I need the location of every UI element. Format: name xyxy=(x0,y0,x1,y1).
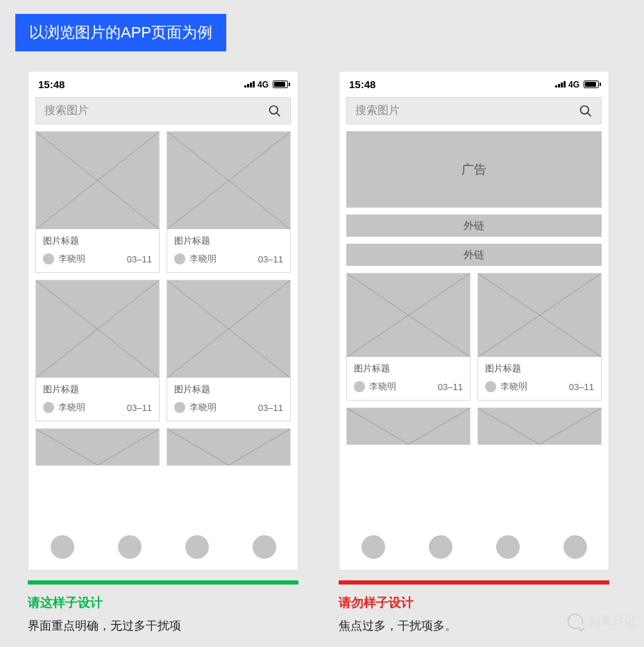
watermark: 知果日记 xyxy=(568,613,636,629)
card-date: 03–11 xyxy=(127,254,152,264)
svg-line-23 xyxy=(478,408,601,444)
image-card[interactable]: 图片标题 李晓明 03–11 xyxy=(35,280,160,421)
tab-item[interactable] xyxy=(185,535,209,559)
svg-line-13 xyxy=(167,429,290,465)
phone-bad: 15:48 4G 搜索图片 广告 外链 外链 图片标题 xyxy=(339,71,609,571)
avatar xyxy=(485,381,496,392)
tab-bar xyxy=(339,526,609,570)
search-input[interactable]: 搜索图片 xyxy=(35,97,291,124)
image-placeholder[interactable] xyxy=(346,407,471,445)
svg-line-15 xyxy=(588,112,591,116)
search-icon[interactable] xyxy=(579,104,593,118)
image-placeholder xyxy=(36,280,159,378)
card-title: 图片标题 xyxy=(174,383,283,396)
svg-line-20 xyxy=(347,408,470,444)
status-bar: 15:48 4G xyxy=(28,72,298,94)
card-title: 图片标题 xyxy=(43,235,152,247)
status-bar: 15:48 4G xyxy=(339,72,609,94)
card-date: 03–11 xyxy=(438,382,463,392)
image-placeholder[interactable] xyxy=(477,407,602,445)
caption-good: 请这样子设计 界面重点明确，无过多干扰项 xyxy=(28,580,298,634)
caption-desc: 界面重点明确，无过多干扰项 xyxy=(28,618,298,634)
tab-item[interactable] xyxy=(51,535,74,559)
avatar xyxy=(354,381,365,392)
network-label: 4G xyxy=(257,80,269,90)
image-card[interactable]: 图片标题 李晓明 03–11 xyxy=(167,280,291,421)
image-card[interactable]: 图片标题 李晓明 03–11 xyxy=(167,131,291,273)
card-date: 03–11 xyxy=(258,403,283,413)
signal-icon xyxy=(555,81,566,87)
card-date: 03–11 xyxy=(127,403,152,413)
phone-good: 15:48 4G 搜索图片 图片标题 李晓明 xyxy=(28,71,298,571)
svg-point-0 xyxy=(270,106,278,114)
svg-line-22 xyxy=(478,408,601,444)
card-title: 图片标题 xyxy=(174,235,283,247)
tab-item[interactable] xyxy=(118,535,142,559)
image-card[interactable]: 图片标题 李晓明 03–11 xyxy=(346,273,471,401)
image-placeholder xyxy=(478,274,601,357)
image-placeholder xyxy=(36,132,159,229)
svg-point-14 xyxy=(581,106,589,114)
image-card[interactable]: 图片标题 李晓明 03–11 xyxy=(35,131,160,273)
card-author: 李晓明 xyxy=(58,253,85,265)
image-placeholder[interactable] xyxy=(35,428,160,466)
image-card[interactable]: 图片标题 李晓明 03–11 xyxy=(477,273,602,401)
external-link[interactable]: 外链 xyxy=(346,244,602,266)
avatar xyxy=(174,402,185,413)
card-title: 图片标题 xyxy=(485,362,594,375)
card-title: 图片标题 xyxy=(354,362,463,375)
avatar xyxy=(174,253,185,264)
search-icon[interactable] xyxy=(268,104,282,118)
card-date: 03–11 xyxy=(258,254,283,264)
caption-title: 请这样子设计 xyxy=(28,594,298,611)
card-title: 图片标题 xyxy=(43,383,152,396)
tab-item[interactable] xyxy=(564,535,587,559)
image-placeholder xyxy=(167,280,290,378)
svg-line-11 xyxy=(36,429,159,465)
svg-line-1 xyxy=(277,112,280,116)
network-label: 4G xyxy=(568,80,579,90)
avatar xyxy=(43,253,54,264)
card-date: 03–11 xyxy=(569,382,594,392)
search-placeholder: 搜索图片 xyxy=(44,103,89,118)
image-placeholder xyxy=(347,274,470,357)
brand-text: 知果日记 xyxy=(588,613,636,629)
signal-icon xyxy=(244,81,255,87)
tab-item[interactable] xyxy=(253,535,276,559)
image-placeholder[interactable] xyxy=(167,428,291,466)
card-author: 李晓明 xyxy=(58,401,85,414)
status-time: 15:48 xyxy=(38,78,65,90)
card-author: 李晓明 xyxy=(189,401,217,414)
status-time: 15:48 xyxy=(349,78,375,90)
card-author: 李晓明 xyxy=(500,380,527,393)
ruler-bad xyxy=(339,580,609,585)
search-placeholder: 搜索图片 xyxy=(355,103,400,118)
ad-banner[interactable]: 广告 xyxy=(346,131,602,208)
avatar xyxy=(43,402,54,413)
chat-icon xyxy=(568,614,583,629)
external-link[interactable]: 外链 xyxy=(346,215,602,237)
battery-icon xyxy=(273,81,288,88)
card-author: 李晓明 xyxy=(369,380,396,393)
svg-line-10 xyxy=(36,429,159,465)
search-input[interactable]: 搜索图片 xyxy=(346,97,602,124)
tab-item[interactable] xyxy=(429,535,452,559)
battery-icon xyxy=(584,81,599,88)
ruler-good xyxy=(28,580,298,585)
tab-item[interactable] xyxy=(362,535,385,559)
svg-line-21 xyxy=(347,408,470,444)
tab-bar xyxy=(28,526,298,570)
image-placeholder xyxy=(167,132,290,229)
page-heading: 以浏览图片的APP页面为例 xyxy=(15,14,226,51)
card-author: 李晓明 xyxy=(189,253,217,265)
tab-item[interactable] xyxy=(496,535,520,559)
svg-line-12 xyxy=(167,429,290,465)
caption-title: 请勿样子设计 xyxy=(339,594,609,611)
